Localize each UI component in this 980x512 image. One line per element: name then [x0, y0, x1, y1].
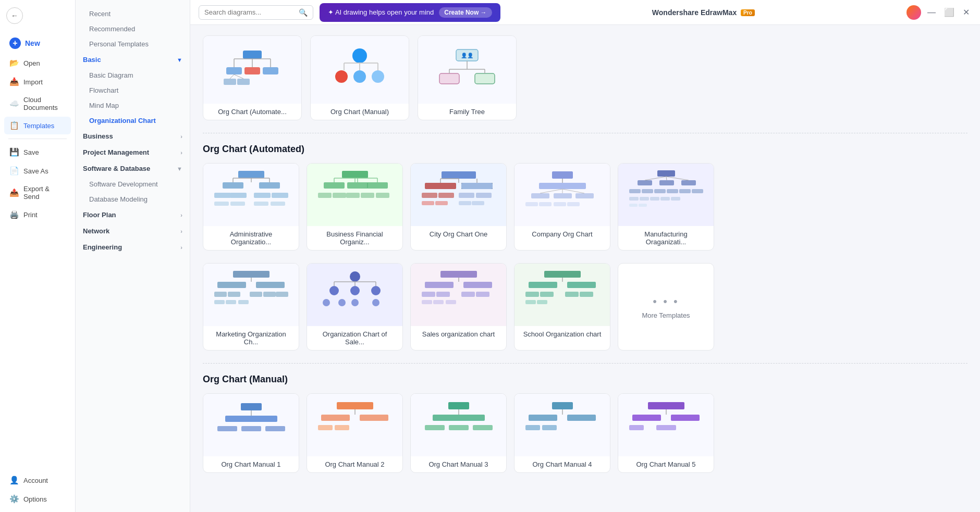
close-button[interactable]: ✕ — [961, 5, 972, 19]
category-software[interactable]: Software & Database ▼ — [76, 160, 190, 177]
cloud-icon: ☁️ — [9, 99, 19, 108]
category-network[interactable]: Network › — [76, 223, 190, 239]
card-more-templates[interactable]: • • • More Templates — [618, 263, 714, 351]
middle-item-mindmap[interactable]: Mind Map — [79, 98, 187, 113]
card-manufacturing[interactable]: Manufacturing Oraganizati... — [618, 163, 714, 251]
pro-badge: Pro — [741, 9, 755, 16]
svg-rect-110 — [256, 282, 285, 288]
account-label: Account — [23, 477, 48, 484]
save-icon: 💾 — [9, 147, 19, 157]
svg-rect-176 — [648, 402, 684, 409]
card-label-manual-2: Org Chart Manual 2 — [307, 456, 402, 472]
content-area: Org Chart (Automate... — [190, 25, 980, 512]
middle-item-basic-diagram[interactable]: Basic Diagram — [79, 68, 187, 83]
middle-item-db-modeling[interactable]: Database Modeling — [79, 192, 187, 207]
card-label-marketing: Marketing Organization Ch... — [203, 326, 299, 350]
card-label-manual-5: Org Chart Manual 5 — [618, 456, 714, 472]
middle-item-software-dev[interactable]: Software Development — [79, 177, 187, 192]
category-basic[interactable]: Basic ▼ — [76, 52, 190, 68]
middle-item-personal[interactable]: Personal Templates — [79, 36, 187, 52]
card-img-manual-4 — [514, 394, 610, 456]
svg-rect-109 — [217, 282, 246, 288]
sidebar-item-import[interactable]: 📥 Import — [4, 73, 71, 91]
sidebar-item-templates[interactable]: 📋 Templates — [4, 117, 71, 134]
svg-rect-138 — [476, 292, 489, 297]
search-bar[interactable]: 🔍 — [199, 5, 313, 20]
card-org-chart-sales[interactable]: Organization Chart of Sale... — [307, 263, 403, 351]
sidebar-item-open[interactable]: 📂 Open — [4, 54, 71, 72]
save-label: Save — [23, 148, 39, 156]
back-button[interactable]: ← — [6, 7, 23, 24]
card-manual-5[interactable]: Org Chart Manual 5 — [618, 393, 714, 473]
card-label-manufacturing: Manufacturing Oraganizati... — [618, 226, 714, 250]
sidebar-item-save[interactable]: 💾 Save — [4, 143, 71, 161]
company-org-svg — [523, 169, 602, 221]
category-business[interactable]: Business › — [76, 128, 190, 144]
svg-rect-103 — [660, 197, 670, 201]
sidebar-item-cloud[interactable]: ☁️ Cloud Documents — [4, 92, 71, 116]
sidebar-item-options[interactable]: ⚙️ Options — [4, 490, 71, 508]
card-manual-3[interactable]: Org Chart Manual 3 — [410, 393, 507, 473]
middle-item-orgchart[interactable]: Organizational Chart — [79, 113, 187, 128]
svg-rect-133 — [425, 282, 454, 288]
svg-rect-98 — [679, 189, 691, 193]
ai-banner-text: ✦ AI drawing helps open your mind — [328, 8, 434, 16]
card-manual-1[interactable]: Org Chart Manual 1 — [203, 393, 299, 473]
topbar-actions: — ⬜ ✕ — [906, 5, 972, 20]
save-as-icon: 📄 — [9, 166, 19, 176]
card-admin-org[interactable]: Administrative Organizatio... — [203, 163, 299, 251]
user-avatar[interactable] — [906, 5, 921, 20]
svg-rect-168 — [449, 425, 469, 430]
more-templates-label: More Templates — [642, 311, 690, 319]
card-marketing-org[interactable]: Marketing Organization Ch... — [203, 263, 299, 351]
category-basic-label: Basic — [83, 56, 101, 64]
svg-rect-100 — [629, 197, 639, 201]
svg-rect-0 — [243, 51, 262, 59]
print-label: Print — [23, 211, 38, 219]
card-org-auto[interactable]: Org Chart (Automate... — [203, 35, 302, 120]
svg-point-14 — [353, 70, 366, 83]
card-img-manual-3 — [411, 394, 506, 456]
category-project[interactable]: Project Management › — [76, 144, 190, 160]
svg-rect-151 — [537, 300, 547, 304]
middle-item-flowchart[interactable]: Flowchart — [79, 83, 187, 98]
manufacturing-svg — [627, 169, 705, 221]
svg-rect-37 — [230, 193, 247, 198]
card-company-org[interactable]: Company Org Chart — [514, 163, 610, 251]
svg-rect-69 — [476, 193, 492, 198]
sidebar-item-save-as[interactable]: 📄 Save As — [4, 162, 71, 180]
svg-rect-166 — [433, 415, 485, 421]
category-project-label: Project Management — [83, 148, 149, 156]
sidebar-item-account[interactable]: 👤 Account — [4, 471, 71, 489]
export-label: Export & Send — [23, 185, 66, 201]
category-floor[interactable]: Floor Plan › — [76, 207, 190, 223]
card-manual-2[interactable]: Org Chart Manual 2 — [307, 393, 403, 473]
sidebar-item-print[interactable]: 🖨️ Print — [4, 206, 71, 223]
card-org-manual[interactable]: Org Chart (Manual) — [310, 35, 409, 120]
category-engineering[interactable]: Engineering › — [76, 239, 190, 255]
ai-banner[interactable]: ✦ AI drawing helps open your mind Create… — [320, 3, 500, 22]
middle-item-recent[interactable]: Recent — [79, 6, 187, 21]
sidebar-item-new[interactable]: + New — [4, 33, 71, 53]
marketing-svg — [212, 269, 290, 321]
card-school-org[interactable]: School Organization chart — [514, 263, 610, 351]
card-sales-org[interactable]: Sales organization chart — [410, 263, 507, 351]
card-family-tree[interactable]: 👤👤 Family Tree — [418, 35, 517, 120]
card-city-org[interactable]: City Org Chart One — [410, 163, 507, 251]
maximize-button[interactable]: ⬜ — [942, 5, 957, 19]
svg-rect-87 — [657, 170, 675, 177]
options-label: Options — [23, 495, 47, 503]
search-input[interactable] — [204, 8, 296, 16]
sidebar-item-export[interactable]: 📤 Export & Send — [4, 181, 71, 205]
card-label-org-chart-sales: Organization Chart of Sale... — [307, 326, 402, 350]
card-label-company-org: Company Org Chart — [514, 226, 610, 242]
svg-rect-142 — [544, 271, 581, 278]
svg-rect-105 — [629, 204, 638, 207]
minimize-button[interactable]: — — [925, 6, 938, 19]
svg-rect-40 — [214, 202, 229, 206]
middle-item-recommended[interactable]: Recommended — [79, 21, 187, 36]
create-now-button[interactable]: Create Now → — [439, 7, 492, 18]
card-biz-financial[interactable]: Business Financial Organiz... — [307, 163, 403, 251]
card-manual-4[interactable]: Org Chart Manual 4 — [514, 393, 610, 473]
svg-rect-141 — [446, 300, 456, 304]
